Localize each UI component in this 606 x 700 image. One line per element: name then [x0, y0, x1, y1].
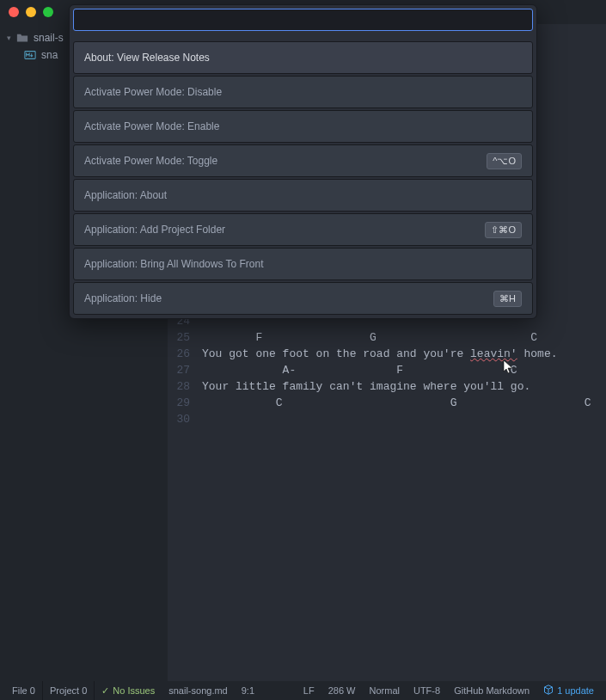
line-content: You got one foot on the road and you're …: [202, 346, 557, 362]
command-label: Application: About: [84, 189, 167, 201]
minimize-window-button[interactable]: [26, 7, 36, 17]
tree-file-name: sna: [41, 49, 58, 61]
command-label: Activate Power Mode: Toggle: [84, 155, 217, 167]
status-filename[interactable]: snail-song.md: [162, 681, 234, 700]
status-word-count[interactable]: 286 W: [321, 681, 363, 700]
keyboard-shortcut: ⌘H: [493, 291, 522, 307]
status-mode[interactable]: Normal: [363, 681, 407, 700]
close-window-button[interactable]: [9, 7, 19, 17]
command-palette-item[interactable]: Application: Add Project Folder⇧⌘O: [73, 213, 533, 246]
line-number: 27: [168, 362, 202, 378]
status-line-ending[interactable]: LF: [297, 681, 321, 700]
line-number: 25: [168, 329, 202, 346]
editor-line[interactable]: 30: [168, 411, 606, 427]
line-number: 28: [168, 378, 202, 395]
keyboard-shortcut: ^⌥O: [487, 153, 522, 169]
command-palette: About: View Release NotesActivate Power …: [69, 4, 537, 319]
keyboard-shortcut: ⇧⌘O: [485, 222, 522, 238]
status-file-count[interactable]: File 0: [5, 681, 43, 700]
status-issues[interactable]: ✓ No Issues: [95, 681, 162, 700]
editor-line[interactable]: 25 F G C: [168, 329, 606, 346]
check-icon: ✓: [101, 685, 109, 697]
command-label: Activate Power Mode: Disable: [84, 86, 222, 98]
command-palette-item[interactable]: Activate Power Mode: Disable: [73, 76, 533, 108]
status-encoding[interactable]: UTF-8: [407, 681, 447, 700]
line-content: C G C: [202, 395, 591, 411]
line-content: Your little family can't imagine where y…: [202, 378, 530, 395]
project-name: snail-s: [34, 32, 64, 44]
command-palette-list: About: View Release NotesActivate Power …: [71, 41, 535, 316]
command-palette-item[interactable]: Activate Power Mode: Toggle^⌥O: [73, 144, 533, 177]
command-label: Application: Add Project Folder: [84, 224, 225, 236]
status-grammar[interactable]: GitHub Markdown: [447, 681, 536, 700]
package-icon: [543, 685, 554, 697]
zoom-window-button[interactable]: [43, 7, 53, 17]
markdown-file-icon: [24, 49, 36, 61]
command-palette-item[interactable]: Application: Hide⌘H: [73, 282, 533, 315]
editor-line[interactable]: 27 A- F C: [168, 362, 606, 378]
command-label: About: View Release Notes: [84, 52, 210, 64]
line-number: 30: [168, 411, 202, 427]
command-label: Application: Bring All Windows To Front: [84, 258, 264, 270]
status-bar: File 0 Project 0 ✓ No Issues snail-song.…: [0, 681, 606, 700]
window-controls: [9, 7, 53, 17]
command-palette-input[interactable]: [73, 9, 533, 31]
command-label: Activate Power Mode: Enable: [84, 120, 219, 132]
line-number: 26: [168, 346, 202, 362]
chevron-down-icon: ▾: [7, 34, 11, 42]
line-content: A- F C: [202, 362, 517, 378]
status-project-count[interactable]: Project 0: [43, 681, 95, 700]
command-palette-item[interactable]: Activate Power Mode: Enable: [73, 110, 533, 143]
editor-line[interactable]: 29 C G C: [168, 395, 606, 411]
folder-icon: [16, 32, 28, 44]
command-label: Application: Hide: [84, 292, 162, 304]
command-palette-item[interactable]: About: View Release Notes: [73, 41, 533, 74]
line-number: 29: [168, 395, 202, 411]
status-update[interactable]: 1 update: [536, 681, 601, 700]
editor-line[interactable]: 28Your little family can't imagine where…: [168, 378, 606, 395]
command-palette-item[interactable]: Application: Bring All Windows To Front: [73, 248, 533, 280]
status-cursor[interactable]: 9:1: [235, 681, 261, 700]
line-content: F G C: [202, 329, 537, 346]
editor-line[interactable]: 26You got one foot on the road and you'r…: [168, 346, 606, 362]
command-palette-item[interactable]: Application: About: [73, 179, 533, 212]
